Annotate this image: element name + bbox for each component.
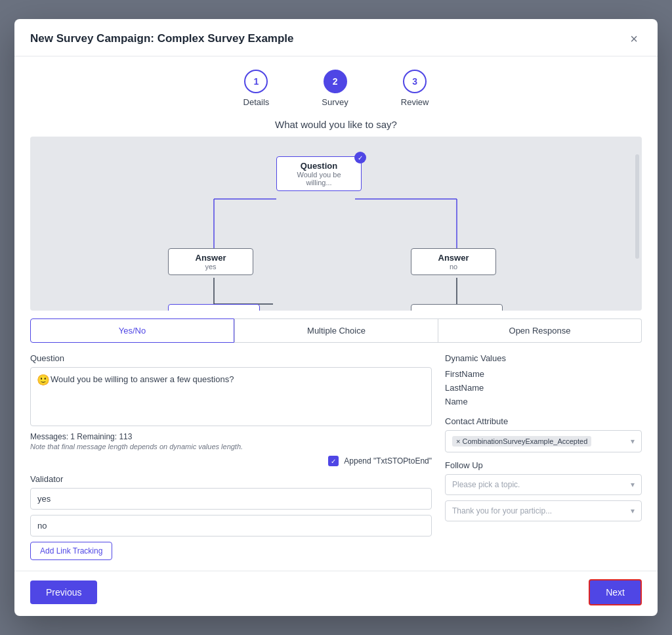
validator-input-no[interactable] — [30, 515, 432, 536]
dynamic-values: Dynamic Values FirstName LastName Name — [445, 353, 642, 408]
step-3-circle: 3 — [403, 70, 427, 93]
section-question: What would you like to say? — [14, 114, 658, 137]
step-review: 3 Review — [401, 70, 429, 107]
check-icon: ✓ — [354, 152, 366, 164]
follow-up-select-2[interactable]: Thank you for your particip... ▾ — [445, 500, 642, 521]
right-panel: Dynamic Values FirstName LastName Name C… — [445, 353, 642, 560]
previous-button[interactable]: Previous — [30, 580, 97, 604]
add-link-tracking-button[interactable]: Add Link Tracking — [30, 542, 112, 560]
tab-multiple-choice[interactable]: Multiple Choice — [234, 318, 438, 343]
left-panel: Question 🙂 Would you be willing to answe… — [30, 353, 432, 560]
validator-label: Validator — [30, 474, 432, 484]
validator-section: Validator — [30, 474, 432, 542]
flow-node-a1-title: Answer — [177, 253, 245, 263]
append-row: ✓ Append "TxtSTOPtoEnd" — [30, 456, 432, 466]
step-3-label: Review — [401, 97, 429, 107]
message-info: Messages: 1 Remaining: 113 — [30, 432, 432, 441]
flow-node-a1[interactable]: Answer yes — [168, 248, 253, 275]
dv-item-lastname: LastName — [445, 381, 642, 395]
dv-item-firstname: FirstName — [445, 367, 642, 381]
next-button[interactable]: Next — [589, 579, 642, 605]
flow-node-a2-subtitle: no — [419, 263, 488, 271]
dv-item-name: Name — [445, 395, 642, 408]
step-details: 1 Details — [243, 70, 270, 107]
flow-scroll[interactable]: ✓ Question Would you be willing... Answe… — [30, 137, 642, 311]
message-note: Note that final message length depends o… — [30, 443, 432, 450]
tab-open-response[interactable]: Open Response — [438, 318, 642, 343]
scroll-indicator — [635, 154, 639, 259]
question-label: Question — [30, 353, 432, 363]
step-1-circle: 1 — [244, 70, 268, 93]
flow-node-q1-subtitle: Would you be willing... — [285, 171, 353, 186]
question-textarea[interactable]: Would you be willing to answer a few que… — [30, 367, 432, 426]
stepper: 1 Details 2 Survey 3 Review — [14, 56, 658, 114]
close-button[interactable]: × — [626, 31, 642, 47]
modal-footer: Previous Next — [14, 571, 658, 616]
content-row: Question 🙂 Would you be willing to answe… — [14, 343, 658, 571]
validator-input-yes[interactable] — [30, 488, 432, 510]
step-2-label: Survey — [322, 97, 348, 107]
append-label: Append "TxtSTOPtoEnd" — [344, 456, 432, 466]
dynamic-values-label: Dynamic Values — [445, 353, 642, 363]
step-2-circle: 2 — [324, 70, 347, 93]
flow-node-r1[interactable]: Response Thank you for your p... — [411, 304, 503, 311]
flow-node-q1[interactable]: ✓ Question Would you be willing... — [276, 156, 362, 191]
follow-up-section: Follow Up Please pick a topic. ▾ Thank y… — [445, 460, 642, 521]
step-survey: 2 Survey — [322, 70, 348, 107]
contact-attribute-chevron: ▾ — [631, 437, 635, 446]
emoji-icon: 🙂 — [37, 374, 50, 386]
flow-node-q1-title: Question — [285, 161, 353, 171]
modal-overlay: New Survey Campaign: Complex Survey Exam… — [0, 0, 672, 635]
flow-node-q2[interactable]: Question Please pick a topic. — [168, 304, 260, 311]
flow-node-a2-title: Answer — [419, 253, 488, 263]
follow-up-chevron-2: ▾ — [631, 506, 635, 515]
flow-inner: ✓ Question Would you be willing... Answe… — [30, 137, 621, 311]
modal: New Survey Campaign: Complex Survey Exam… — [14, 19, 658, 616]
follow-up-label: Follow Up — [445, 460, 642, 470]
contact-attribute-label: Contact Attribute — [445, 416, 642, 426]
modal-header: New Survey Campaign: Complex Survey Exam… — [14, 19, 658, 56]
flow-node-a2[interactable]: Answer no — [411, 248, 496, 275]
append-checkbox[interactable]: ✓ — [328, 456, 339, 466]
flow-node-a1-subtitle: yes — [177, 263, 245, 271]
modal-title: New Survey Campaign: Complex Survey Exam… — [30, 32, 294, 45]
flow-node-q2-title: Question — [177, 309, 251, 311]
flow-node-r1-title: Response — [419, 309, 494, 311]
step-1-label: Details — [243, 97, 270, 107]
follow-up-chevron-1: ▾ — [631, 480, 635, 489]
tabs-row: Yes/No Multiple Choice Open Response — [30, 318, 642, 343]
flow-diagram[interactable]: ✓ Question Would you be willing... Answe… — [30, 137, 642, 311]
follow-up-select-1[interactable]: Please pick a topic. ▾ — [445, 474, 642, 495]
textarea-wrapper: 🙂 Would you be willing to answer a few q… — [30, 367, 432, 428]
tab-yes-no[interactable]: Yes/No — [30, 318, 234, 343]
contact-attribute-section: Contact Attribute × CombinationSurveyExa… — [445, 416, 642, 452]
contact-attribute-tag: × CombinationSurveyExample_Accepted — [452, 436, 591, 447]
contact-attribute-select[interactable]: × CombinationSurveyExample_Accepted ▾ — [445, 430, 642, 452]
